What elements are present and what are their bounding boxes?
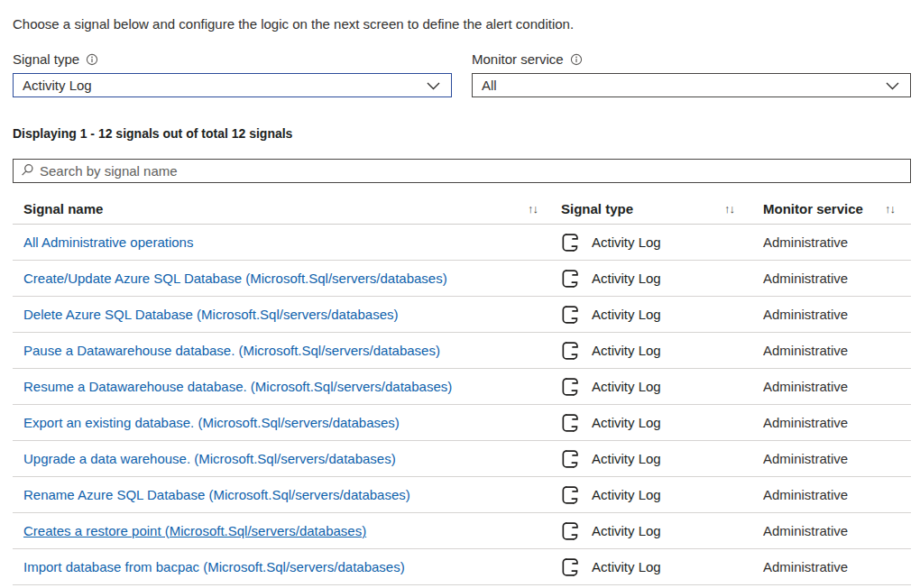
monitor-service-cell-value: Administrative (763, 307, 848, 322)
signal-name-link[interactable]: Import database from bacpac (Microsoft.S… (23, 559, 405, 574)
table-row[interactable]: All Administrative operations Activity L… (13, 225, 911, 261)
monitor-service-cell-value: Administrative (763, 379, 848, 394)
signal-name-link[interactable]: Pause a Datawarehouse database. (Microso… (23, 343, 440, 358)
info-icon[interactable] (570, 53, 583, 66)
signal-type-cell-label: Activity Log (592, 343, 661, 358)
monitor-service-cell-value: Administrative (763, 415, 848, 430)
intro-text: Choose a signal below and configure the … (13, 16, 911, 32)
signal-type-cell-label: Activity Log (592, 415, 661, 430)
column-header-monitor-service[interactable]: Monitor service ↑↓ (756, 201, 911, 216)
table-row[interactable]: Pause a Datawarehouse database. (Microso… (13, 333, 911, 369)
monitor-service-cell-value: Administrative (763, 271, 848, 286)
column-header-signal-type[interactable]: Signal type ↑↓ (550, 201, 756, 216)
signal-name-link[interactable]: Export an existing database. (Microsoft.… (23, 415, 400, 430)
table-row[interactable]: Delete Azure SQL Database (Microsoft.Sql… (13, 297, 911, 333)
monitor-service-value: All (482, 78, 497, 93)
monitor-service-cell-value: Administrative (763, 487, 848, 502)
signal-type-dropdown[interactable]: Activity Log (13, 73, 452, 97)
activity-log-icon (561, 377, 579, 397)
signal-type-cell-label: Activity Log (592, 523, 661, 538)
search-input[interactable] (40, 163, 903, 179)
table-row[interactable]: Rename Azure SQL Database (Microsoft.Sql… (13, 477, 911, 513)
signal-type-cell-label: Activity Log (592, 271, 661, 286)
table-header: Signal name ↑↓ Signal type ↑↓ Monitor se… (13, 194, 911, 225)
chevron-down-icon (427, 78, 440, 93)
activity-log-icon (561, 269, 579, 289)
table-row[interactable]: Create/Update Azure SQL Database (Micros… (13, 261, 911, 297)
sort-icon[interactable]: ↑↓ (885, 202, 895, 216)
signal-type-cell-label: Activity Log (592, 234, 661, 250)
signal-type-cell-label: Activity Log (592, 487, 661, 502)
sort-icon[interactable]: ↑↓ (724, 202, 734, 216)
table-row[interactable]: Import database from bacpac (Microsoft.S… (13, 549, 911, 585)
results-summary: Displaying 1 - 12 signals out of total 1… (13, 126, 911, 141)
monitor-service-cell-value: Administrative (763, 523, 848, 538)
signal-name-link[interactable]: Upgrade a data warehouse. (Microsoft.Sql… (23, 451, 396, 466)
monitor-service-label: Monitor service (472, 51, 564, 67)
signal-name-link[interactable]: Create/Update Azure SQL Database (Micros… (23, 271, 447, 286)
search-box (13, 159, 911, 183)
signal-name-link[interactable]: Rename Azure SQL Database (Microsoft.Sql… (23, 487, 410, 502)
activity-log-icon (561, 305, 579, 325)
table-row[interactable]: Resume a Datawarehouse database. (Micros… (13, 369, 911, 405)
column-header-signal-name[interactable]: Signal name ↑↓ (13, 201, 550, 216)
table-row[interactable]: Upgrade a data warehouse. (Microsoft.Sql… (13, 441, 911, 477)
activity-log-icon (561, 521, 579, 541)
select-signal-panel: Choose a signal below and configure the … (0, 0, 920, 585)
signals-table: Signal name ↑↓ Signal type ↑↓ Monitor se… (13, 194, 911, 585)
signal-type-cell-label: Activity Log (592, 307, 661, 322)
signal-type-label: Signal type (13, 51, 79, 67)
signal-name-link[interactable]: Resume a Datawarehouse database. (Micros… (23, 379, 452, 394)
signal-type-cell-label: Activity Log (592, 451, 661, 466)
signal-name-link[interactable]: Creates a restore point (Microsoft.Sql/s… (23, 523, 366, 538)
monitor-service-filter: Monitor service All (472, 51, 911, 97)
table-body: All Administrative operations Activity L… (13, 225, 911, 585)
monitor-service-cell-value: Administrative (763, 451, 848, 466)
activity-log-icon (561, 557, 579, 577)
chevron-down-icon (886, 78, 899, 93)
activity-log-icon (561, 341, 579, 361)
signal-name-link[interactable]: All Administrative operations (23, 234, 193, 250)
monitor-service-dropdown[interactable]: All (472, 73, 911, 97)
sort-icon[interactable]: ↑↓ (528, 202, 538, 216)
signal-name-link[interactable]: Delete Azure SQL Database (Microsoft.Sql… (23, 307, 398, 322)
activity-log-icon (561, 449, 579, 469)
activity-log-icon (561, 233, 579, 253)
activity-log-icon (561, 485, 579, 505)
signal-type-cell-label: Activity Log (592, 559, 661, 574)
info-icon[interactable] (86, 53, 98, 66)
signal-type-cell-label: Activity Log (592, 379, 661, 394)
filters-row: Signal type Activity Log (13, 51, 911, 97)
monitor-service-cell-value: Administrative (763, 343, 848, 358)
activity-log-icon (561, 413, 579, 433)
search-icon (21, 163, 34, 179)
monitor-service-cell-value: Administrative (763, 234, 848, 250)
signal-type-value: Activity Log (23, 78, 92, 93)
signal-type-filter: Signal type Activity Log (13, 51, 452, 97)
table-row[interactable]: Creates a restore point (Microsoft.Sql/s… (13, 513, 911, 549)
table-row[interactable]: Export an existing database. (Microsoft.… (13, 405, 911, 441)
monitor-service-cell-value: Administrative (763, 559, 848, 574)
